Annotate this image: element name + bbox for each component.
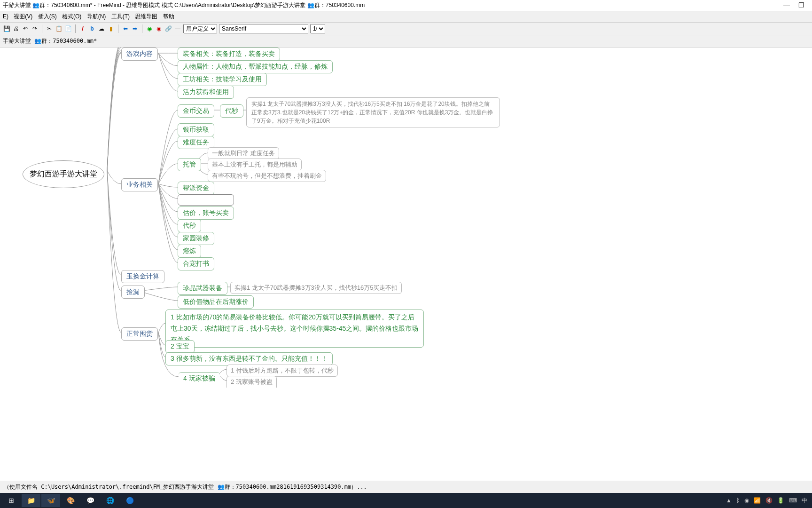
leaf-char[interactable]: 人物属性：人物加点，帮派技能加点，经脉，修炼	[178, 60, 333, 73]
cut-icon[interactable]: ✂	[46, 25, 53, 32]
note-hosting-3[interactable]: 有些不玩的号，但是不想浪费，挂着刷金	[208, 170, 326, 182]
window-title: 手游大讲堂 👥群：750340600.mm* - FreeMind - 思维导图…	[3, 1, 365, 9]
leaf-hosting[interactable]: 托管	[178, 158, 201, 171]
menu-view[interactable]: 视图(V)	[14, 13, 32, 20]
save-icon[interactable]: 💾	[3, 25, 10, 32]
note-stock-2[interactable]: 2 宝宝	[165, 340, 195, 353]
note-stock-parent[interactable]: 4 玩家被骗	[179, 372, 220, 385]
bold-icon[interactable]: b	[88, 25, 96, 32]
node-del-icon[interactable]: ◉	[155, 25, 163, 32]
note-stock-sub2[interactable]: 2 玩家账号被盗	[226, 376, 277, 388]
link-icon[interactable]: 🔗	[164, 25, 172, 32]
leaf-guild-fund[interactable]: 帮派资金	[178, 182, 214, 195]
note-hosting-2[interactable]: 基本上没有手工托，都是用辅助	[208, 159, 302, 171]
leaf-silver[interactable]: 银币获取	[178, 123, 214, 136]
branch-game-content[interactable]: 游戏内容	[121, 48, 158, 61]
leaf-smelt[interactable]: 熔炼	[178, 245, 201, 258]
arrow-left-icon[interactable]: ⬅	[122, 25, 129, 32]
font-select[interactable]: SansSerif	[219, 24, 308, 33]
branch-jade-calc[interactable]: 玉换金计算	[121, 270, 164, 283]
note-stock-1[interactable]: 1 比如市场的70的简易装备价格比较低。你可能20万就可以买到简易腰带。买了之后…	[165, 310, 424, 348]
italic-icon[interactable]: i	[79, 25, 86, 32]
leaf-gold-trade[interactable]: 金币交易	[178, 104, 214, 118]
leaf-appraise[interactable]: 估价，账号买卖	[178, 206, 234, 220]
leaf-home[interactable]: 家园装修	[178, 232, 214, 245]
branch-business[interactable]: 业务相关	[121, 178, 158, 191]
style-select[interactable]: 用户定义.	[183, 24, 217, 33]
color-icon[interactable]: ▮	[107, 25, 115, 32]
note-gold[interactable]: 实操1 龙太子70武器摆摊3万3没人买，找代秒16万5买走不扣 16万金是花了2…	[246, 97, 500, 127]
expand-icon[interactable]: —	[174, 25, 181, 32]
leaf-pet[interactable]: 合宠打书	[178, 257, 214, 270]
undo-icon[interactable]: ↶	[22, 25, 29, 32]
leaf-workshop[interactable]: 工坊相关：技能学习及使用	[178, 73, 267, 86]
menu-mindmap[interactable]: 思维导图	[135, 13, 157, 20]
copy-icon[interactable]: 📋	[55, 25, 62, 32]
note-hosting-1[interactable]: 一般就刷日常 难度任务	[208, 147, 279, 159]
print-icon[interactable]: 🖨	[12, 25, 20, 32]
tab-bar: 手游大讲堂 👥群：750340600.mm*	[0, 35, 812, 48]
note-rare[interactable]: 实操1 龙太子70武器摆摊3万3没人买，找代秒16万5买走不扣	[230, 282, 402, 294]
status-bar: （使用文件名 C:\Users\Administrator\.freemind\…	[0, 481, 812, 490]
tab-active[interactable]: 手游大讲堂 👥群：750340600.mm*	[3, 38, 97, 44]
note-stock-3[interactable]: 3 很多萌新，没有东西是转不了金的。只能充值！！！	[165, 352, 333, 365]
size-select[interactable]: 16	[310, 24, 325, 33]
cloud-icon[interactable]: ☁	[98, 25, 105, 32]
maximize-button[interactable]: ❐	[798, 1, 804, 9]
leaf-rare-equip[interactable]: 珍品武器装备	[178, 282, 227, 295]
toolbar: 💾 🖨 ↶ ↷ ✂ 📋 📄 i b ☁ ▮ ⬅ ➡ ◉ ◉ 🔗 — 用户定义. …	[0, 23, 812, 35]
leaf-low-value[interactable]: 低价值物品在后期涨价	[178, 295, 254, 309]
menu-nav[interactable]: 导航(N)	[87, 13, 106, 20]
paste-icon[interactable]: 📄	[64, 25, 72, 32]
leaf-dai-miao-2[interactable]: 代秒	[178, 219, 201, 232]
menu-edit[interactable]: E)	[3, 13, 8, 20]
title-bar: 手游大讲堂 👥群：750340600.mm* - FreeMind - 思维导图…	[0, 0, 812, 11]
menu-bar: E) 视图(V) 插入(S) 格式(O) 导航(N) 工具(T) 思维导图 帮助	[0, 11, 812, 23]
leaf-dai-miao[interactable]: 代秒	[220, 104, 243, 118]
arrow-right-icon[interactable]: ➡	[131, 25, 139, 32]
mindmap-canvas[interactable]: 梦幻西游手游大讲堂 游戏内容 装备相关：装备打造，装备买卖 人物属性：人物加点，…	[0, 48, 812, 490]
node-editing[interactable]	[178, 194, 234, 206]
menu-format[interactable]: 格式(O)	[62, 13, 81, 20]
menu-tools[interactable]: 工具(T)	[111, 13, 130, 20]
root-node[interactable]: 梦幻西游手游大讲堂	[23, 160, 104, 188]
note-stock-sub1[interactable]: 1 付钱后对方跑路，不限于包转，代秒	[226, 365, 338, 377]
branch-leak[interactable]: 捡漏	[121, 286, 145, 299]
branch-stock[interactable]: 正常囤货	[121, 327, 158, 341]
redo-icon[interactable]: ↷	[31, 25, 39, 32]
node-add-icon[interactable]: ◉	[146, 25, 153, 32]
menu-help[interactable]: 帮助	[163, 13, 174, 20]
minimize-button[interactable]: —	[783, 1, 790, 9]
leaf-equip[interactable]: 装备相关：装备打造，装备买卖	[178, 48, 280, 61]
menu-insert[interactable]: 插入(S)	[38, 13, 57, 20]
leaf-energy[interactable]: 活力获得和使用	[178, 86, 234, 99]
